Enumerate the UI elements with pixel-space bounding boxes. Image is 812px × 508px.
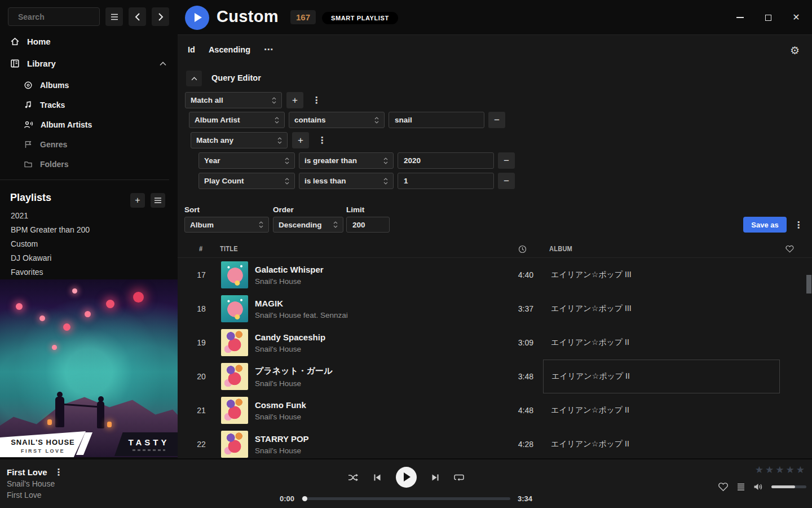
remove-rule-button[interactable]: −	[498, 152, 515, 169]
sidebar-item-albums[interactable]: Albums	[24, 81, 69, 90]
rule-operator-select[interactable]: contains	[289, 112, 385, 128]
rule-field-value: Album Artist	[195, 116, 240, 124]
remove-rule-button[interactable]: −	[498, 173, 515, 189]
rule-value-input[interactable]	[398, 152, 494, 169]
playlist-item[interactable]: Favorites	[11, 268, 43, 277]
label-mark-subtext-decoration	[133, 449, 165, 451]
window-minimize-button[interactable]	[732, 10, 748, 25]
add-rule-button[interactable]: +	[286, 92, 303, 108]
back-button[interactable]	[129, 7, 146, 26]
rule-field-select[interactable]: Album Artist	[189, 112, 285, 128]
track-album-cell[interactable]: エイリアン☆ポップ III	[543, 292, 780, 326]
order-select[interactable]: Descending	[273, 217, 343, 233]
more-options-icon[interactable]: ⋯	[264, 44, 273, 55]
track-row[interactable]: 20 プラネット・ガール Snail's House 3:48 エイリアン☆ポッ…	[178, 360, 812, 393]
playlist-item[interactable]: DJ Okawari	[11, 253, 51, 262]
volume-icon[interactable]	[753, 483, 764, 491]
track-number: 22	[190, 440, 213, 449]
sidebar-home-label: Home	[27, 37, 51, 46]
track-number: 18	[190, 304, 213, 313]
track-row[interactable]: 17 Galactic Whisper Snail's House 4:40 エ…	[178, 258, 812, 292]
star-icon[interactable]: ★	[765, 464, 774, 476]
column-title[interactable]: TITLE	[220, 245, 238, 253]
track-row[interactable]: 19 Candy Spaceship Snail's House 3:09 エイ…	[178, 326, 812, 360]
sidebar-item-genres[interactable]: Genres	[24, 140, 67, 149]
forward-button[interactable]	[152, 7, 169, 26]
sort-select[interactable]: Album	[184, 217, 269, 233]
window-close-button[interactable]: ✕	[788, 10, 804, 25]
chevron-left-icon	[135, 13, 140, 21]
play-pause-button[interactable]	[396, 467, 417, 488]
match-all-select[interactable]: Match all	[185, 92, 282, 108]
sidebar-item-tracks[interactable]: Tracks	[24, 100, 65, 110]
queue-icon[interactable]	[736, 483, 745, 491]
menu-button[interactable]	[105, 7, 123, 26]
track-album-cell[interactable]: エイリアン☆ポップ II	[543, 427, 780, 458]
rule-value-input[interactable]	[389, 112, 484, 128]
remove-rule-button[interactable]: −	[488, 112, 505, 128]
star-icon[interactable]: ★	[786, 464, 795, 476]
playlist-list-button[interactable]	[151, 193, 165, 208]
volume-slider[interactable]	[771, 485, 806, 488]
maximize-icon	[765, 15, 771, 21]
track-row[interactable]: 22 STARRY POP Snail's House 4:28 エイリアン☆ポ…	[178, 427, 812, 458]
favorite-heart-icon[interactable]	[718, 482, 729, 492]
track-album-cell[interactable]: エイリアン☆ポップ II	[543, 393, 780, 427]
sidebar-item-folders[interactable]: Folders	[24, 160, 69, 169]
sort-field-button[interactable]: Id	[188, 45, 195, 54]
track-album-cell-hovered[interactable]: エイリアン☆ポップ II	[543, 360, 780, 393]
sidebar-item-album-artists[interactable]: Album Artists	[24, 120, 92, 129]
limit-input[interactable]	[346, 217, 390, 233]
track-row[interactable]: 21 Cosmo Funk Snail's House 4:48 エイリアン☆ポ…	[178, 393, 812, 427]
rule-field-select[interactable]: Play Count	[198, 173, 295, 189]
rating-stars[interactable]: ★ ★ ★ ★ ★	[755, 464, 805, 476]
playlist-item[interactable]: Custom	[11, 239, 38, 248]
match-any-select[interactable]: Match any	[191, 132, 288, 148]
group-menu-button[interactable]: ⋮	[308, 92, 325, 108]
sidebar-item-home[interactable]: Home	[10, 37, 51, 46]
previous-button[interactable]	[373, 474, 381, 481]
group-menu-button[interactable]: ⋮	[314, 132, 330, 148]
scrollbar-thumb[interactable]	[806, 275, 811, 294]
album-banner-artist: SNAIL'S HOUSE	[11, 438, 75, 446]
now-playing-menu-icon[interactable]: ⋮	[54, 467, 63, 478]
add-rule-button[interactable]: +	[292, 132, 309, 148]
sidebar-item-library[interactable]: Library	[10, 59, 56, 68]
query-rule-2: Year is greater than −	[198, 152, 515, 169]
query-editor-collapse-button[interactable]	[186, 71, 202, 86]
collapse-chevron-icon[interactable]	[160, 62, 166, 66]
seek-bar[interactable]	[302, 497, 510, 500]
order-label: Order	[273, 205, 294, 214]
rule-operator-select[interactable]: is less than	[299, 173, 394, 189]
track-album-cell[interactable]: エイリアン☆ポップ II	[543, 326, 780, 360]
star-icon[interactable]: ★	[755, 464, 764, 476]
play-playlist-button[interactable]	[185, 6, 209, 30]
search-input[interactable]	[18, 12, 120, 21]
repeat-button[interactable]	[454, 473, 464, 481]
search-box[interactable]	[8, 7, 100, 26]
column-favorite-heart-icon[interactable]	[785, 245, 794, 253]
add-playlist-button[interactable]: +	[130, 193, 145, 208]
track-number: 20	[190, 372, 213, 381]
window-maximize-button[interactable]	[760, 10, 776, 25]
track-row[interactable]: 18 MAGIK Snail's House feat. Sennzai 3:3…	[178, 292, 812, 326]
column-number[interactable]: #	[199, 245, 202, 253]
next-button[interactable]	[431, 474, 439, 481]
save-menu-button[interactable]: ⋮	[790, 217, 807, 233]
rule-value-input[interactable]	[398, 173, 494, 189]
playlist-item[interactable]: BPM Greater than 200	[11, 225, 90, 234]
settings-gear-icon[interactable]: ⚙	[790, 44, 800, 57]
star-icon[interactable]: ★	[796, 464, 805, 476]
track-album-cell[interactable]: エイリアン☆ポップ III	[543, 258, 780, 292]
seek-thumb[interactable]	[302, 496, 307, 501]
star-icon[interactable]: ★	[775, 464, 784, 476]
rule-field-select[interactable]: Year	[198, 152, 295, 169]
sort-direction-button[interactable]: Ascending	[209, 45, 250, 54]
shuffle-button[interactable]	[348, 473, 359, 482]
playlist-item[interactable]: 2021	[11, 211, 28, 220]
column-album[interactable]: ALBUM	[549, 245, 572, 253]
column-duration-clock-icon[interactable]	[518, 245, 527, 253]
save-as-button[interactable]: Save as	[743, 217, 787, 233]
select-updown-icon	[383, 157, 388, 164]
rule-operator-select[interactable]: is greater than	[299, 152, 394, 169]
